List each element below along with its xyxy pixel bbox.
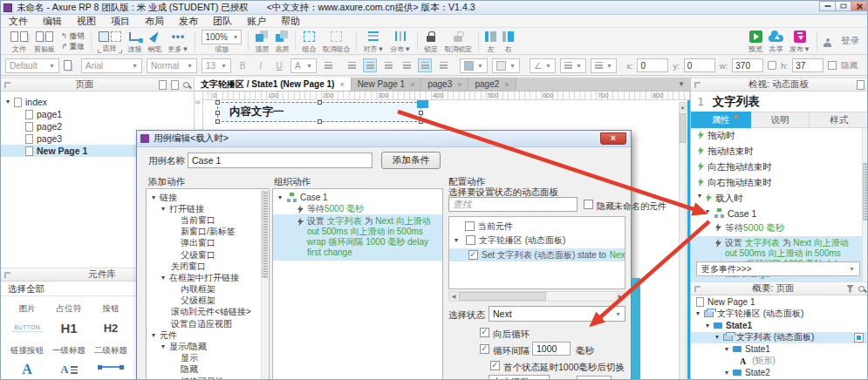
zoom-select[interactable]: 100%▼ (202, 30, 242, 44)
expand-icon[interactable]: ▾ (698, 193, 706, 200)
preview-button[interactable]: 预览 (748, 30, 762, 53)
case-row[interactable]: ▾Case 1 (691, 207, 862, 221)
action-item[interactable]: 关闭窗口 (147, 261, 260, 272)
scroll-thumb[interactable] (459, 292, 546, 301)
collapse-icon[interactable] (4, 82, 10, 88)
action-item[interactable]: 父级框架 (147, 295, 260, 307)
font-family-select[interactable]: Arial▼ (81, 58, 142, 73)
outline-item-rect[interactable]: A(矩形) (691, 356, 868, 368)
line-spacing-button[interactable] (321, 58, 335, 72)
close-tab-icon[interactable]: × (410, 80, 414, 89)
menu-account[interactable]: 账户 (247, 15, 266, 28)
action-item[interactable]: 显示 (147, 353, 260, 364)
resize-handle[interactable] (419, 119, 423, 124)
action-item[interactable]: 设置自适应视图 (147, 318, 260, 329)
search-icon[interactable] (183, 82, 189, 88)
expand-icon[interactable]: ▾ (706, 208, 714, 215)
hide-unnamed-checkbox[interactable] (584, 200, 593, 209)
enter-anim-select[interactable]: 向上滑动▼ (489, 375, 550, 380)
valign-bottom-button[interactable] (436, 58, 450, 72)
canvas-tab[interactable]: page2× (468, 78, 516, 91)
widget-h1[interactable]: H1 (48, 315, 90, 341)
y-field[interactable]: 0 (684, 58, 715, 72)
add-condition-button[interactable]: 添加条件 (381, 152, 441, 169)
menu-help[interactable]: 帮助 (281, 15, 300, 28)
font-size-select[interactable]: 13▼ (202, 58, 231, 73)
tab-style[interactable]: 样式 (810, 112, 868, 128)
resize-handle[interactable] (215, 100, 220, 105)
checkbox-icon[interactable] (465, 221, 475, 231)
action-item[interactable]: 当前窗口 (147, 214, 260, 226)
menu-publish[interactable]: 发布 (179, 15, 198, 28)
dialog-close-button[interactable]: × (600, 132, 626, 145)
list-scrollbar[interactable] (261, 190, 268, 380)
line-style-select[interactable]: ▼ (560, 58, 586, 73)
action-item[interactable]: 父级窗口 (147, 249, 260, 261)
loop-back-checkbox[interactable] (480, 328, 489, 337)
action-item[interactable]: 切换可见性 (147, 376, 260, 380)
resize-handle[interactable] (215, 119, 220, 124)
maximize-button[interactable] (835, 1, 851, 11)
arrow-style-select[interactable]: ▼ (591, 58, 617, 73)
organize-action-wait[interactable]: 等待 5000 毫秒 (273, 203, 442, 214)
resize-handle[interactable] (318, 100, 322, 105)
action-item[interactable]: 隐藏 (147, 364, 260, 376)
notes-icon[interactable] (857, 80, 865, 90)
distribute-button[interactable]: 分布▼ (390, 30, 411, 53)
panel-search-input[interactable]: 查找 (448, 197, 578, 212)
align-button[interactable]: 对齐▼ (363, 30, 384, 53)
stroke-color-select[interactable]: ▼ (492, 58, 520, 73)
collapse-icon[interactable] (694, 82, 701, 88)
organize-action-set-selected[interactable]: 设置 文字列表 为 Next 向上滑动 out 500ms 向上滑动 in 50… (273, 214, 442, 261)
align-left-button[interactable] (345, 58, 359, 72)
align-right-button[interactable] (381, 58, 395, 72)
scroll-thumb[interactable] (863, 163, 868, 221)
underline-button[interactable]: U (272, 58, 286, 72)
widget-horizontal-line[interactable] (90, 356, 132, 380)
loop-interval-input[interactable]: 1000 (532, 342, 571, 356)
menu-project[interactable]: 项目 (111, 15, 130, 28)
tab-properties[interactable]: 属性 (691, 112, 751, 128)
widget-h2[interactable]: H2 (90, 315, 132, 341)
widget-h1-label[interactable]: 一级标题 (48, 341, 90, 356)
close-button[interactable] (851, 1, 867, 11)
scroll-thumb[interactable] (680, 113, 686, 143)
checkbox-icon[interactable] (466, 235, 475, 245)
action-item[interactable]: 弹出窗口 (147, 238, 260, 249)
line-width-select[interactable]: ∠▼ (530, 58, 556, 73)
widget-paragraph[interactable]: A (48, 356, 90, 380)
font-color-select[interactable]: A▼ (290, 58, 317, 73)
scroll-thumb[interactable] (262, 191, 268, 278)
w-field[interactable]: 370 (732, 58, 763, 72)
widget-link-button[interactable]: BUTTON (6, 315, 48, 341)
add-folder-icon[interactable] (171, 80, 179, 90)
resize-handle[interactable] (318, 119, 322, 124)
italic-button[interactable]: I (254, 58, 268, 72)
action-group[interactable]: ▾显示/隐藏 (147, 341, 260, 352)
menu-file[interactable]: 文件 (9, 15, 28, 28)
menu-edit[interactable]: 编辑 (43, 15, 62, 28)
inspector-scrollbar[interactable] (862, 128, 868, 282)
valign-top-button[interactable] (400, 58, 413, 72)
event-ondrag[interactable]: 拖动时 (691, 128, 862, 144)
h-field[interactable]: 37 (792, 58, 824, 72)
search-icon[interactable] (858, 286, 865, 292)
aspect-lock-icon[interactable] (768, 61, 776, 70)
widget-placeholder-label[interactable]: 占位符 (48, 299, 90, 315)
menu-team[interactable]: 团队 (213, 15, 232, 28)
tree-current-widget[interactable]: 当前元件 (449, 221, 625, 232)
tab-notes[interactable]: 说明 (751, 112, 810, 128)
menu-view[interactable]: 视图 (77, 15, 96, 28)
undo-button[interactable]: ↰ 撤销 (61, 31, 85, 40)
canvas-vertical-scrollbar[interactable]: ▲ (679, 102, 687, 380)
menu-layout[interactable]: 布局 (145, 15, 164, 28)
case-name-input[interactable]: Case 1 (188, 153, 372, 168)
share-button[interactable]: 共享 (769, 30, 783, 53)
first-delay-checkbox[interactable] (490, 361, 500, 370)
valign-middle-button[interactable] (418, 58, 432, 72)
action-group[interactable]: ▾打开链接 (147, 203, 260, 214)
scroll-left-icon[interactable]: ◀ (449, 292, 458, 301)
select-mode-button[interactable]: 选择 (98, 30, 122, 53)
send-to-back-button[interactable]: 底层 (275, 30, 289, 53)
collapse-icon[interactable] (694, 286, 701, 292)
